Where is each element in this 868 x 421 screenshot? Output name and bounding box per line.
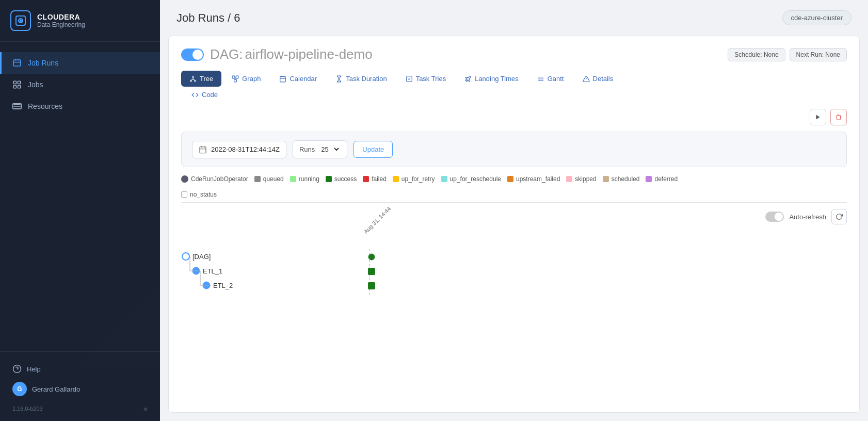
dag-title: DAG:airflow-pipeline-demo	[210, 46, 375, 62]
tab-landing-times[interactable]: Landing Times	[456, 71, 527, 87]
tab-landing-times-label: Landing Times	[475, 75, 519, 83]
play-icon	[815, 114, 821, 120]
deferred-label: deferred	[654, 175, 678, 183]
success-dot	[326, 176, 332, 182]
update-button[interactable]: Update	[353, 141, 393, 158]
tab-task-tries[interactable]: Task Tries	[397, 71, 455, 87]
svg-line-15	[108, 307, 160, 369]
calendar-input-icon	[199, 145, 207, 154]
tab-gantt[interactable]: Gantt	[529, 71, 572, 87]
etl2-status-indicator[interactable]	[368, 282, 375, 289]
tab-task-tries-label: Task Tries	[416, 75, 446, 83]
version-row: 1.16.0-b203 «	[12, 404, 148, 413]
tab-gantt-label: Gantt	[548, 75, 564, 83]
logo-text: CLOUDERA Data Engineering	[37, 13, 85, 28]
page-header: Job Runs / 6 cde-azure-cluster	[160, 0, 868, 36]
legend-failed: failed	[363, 175, 387, 183]
user-item[interactable]: G Gerard Gallardo	[12, 378, 148, 400]
svg-point-24	[190, 80, 191, 81]
up-for-reschedule-dot	[441, 176, 447, 182]
play-button[interactable]	[810, 109, 826, 125]
schedule-badge: Schedule: None	[728, 48, 785, 61]
dag-toggle[interactable]	[181, 48, 204, 61]
tree-section: Auto-refresh Aug 31, 14:44	[169, 203, 859, 296]
tab-details-label: Details	[593, 75, 614, 83]
tab-code[interactable]: Code	[183, 87, 847, 103]
svg-rect-31	[234, 79, 237, 82]
svg-rect-8	[18, 81, 21, 84]
up-for-retry-label: up_for_retry	[401, 175, 435, 183]
gantt-icon	[537, 75, 544, 83]
graph-icon	[232, 75, 239, 83]
svg-rect-3	[13, 60, 21, 66]
tab-calendar[interactable]: Calendar	[271, 71, 325, 87]
date-input-group[interactable]: 2022-08-31T12:44:14Z	[192, 141, 286, 158]
failed-dot	[363, 176, 369, 182]
svg-point-57	[368, 254, 375, 260]
running-dot	[290, 176, 296, 182]
operator-dot	[181, 175, 188, 183]
refresh-button[interactable]	[831, 209, 847, 224]
dag-header: DAG:airflow-pipeline-demo Schedule: None…	[169, 36, 859, 62]
svg-rect-30	[236, 76, 238, 78]
dag-label: DAG:	[210, 46, 243, 62]
svg-line-28	[193, 79, 195, 80]
runs-select[interactable]: 25 50 100	[319, 145, 341, 154]
svg-rect-45	[200, 147, 206, 153]
sidebar-item-resources[interactable]: Resources	[0, 95, 160, 117]
delete-icon	[835, 114, 842, 120]
legend-upstream-failed: upstream_failed	[507, 175, 560, 183]
tabs-bar: Tree Graph Calendar	[169, 62, 859, 87]
task-tries-icon	[406, 75, 413, 83]
svg-line-16	[119, 318, 160, 369]
legend-no-status: no_status	[181, 191, 847, 198]
brand-name: CLOUDERA	[37, 13, 85, 21]
tab-tree[interactable]: Tree	[181, 71, 221, 87]
svg-line-17	[129, 328, 160, 369]
tab-task-duration[interactable]: Task Duration	[327, 71, 395, 87]
dag-name: airflow-pipeline-demo	[245, 46, 373, 62]
main-content: Job Runs / 6 cde-azure-cluster DAG:airfl…	[160, 0, 868, 421]
tree-icon	[189, 75, 197, 83]
up-for-retry-dot	[393, 176, 399, 182]
legend-up-for-retry: up_for_retry	[393, 175, 435, 183]
tab-tree-label: Tree	[200, 75, 213, 83]
queued-dot	[254, 176, 261, 182]
next-run-badge: Next Run: None	[790, 48, 847, 61]
date-value: 2022-08-31T12:44:14Z	[211, 145, 280, 153]
dag-status-indicator[interactable]	[368, 253, 375, 263]
svg-line-14	[98, 297, 160, 369]
legend-scheduled: scheduled	[603, 175, 640, 183]
svg-line-18	[139, 338, 160, 369]
legend-queued: queued	[254, 175, 284, 183]
svg-line-12	[77, 277, 160, 369]
svg-point-25	[195, 80, 196, 81]
legend-success: success	[326, 175, 357, 183]
delete-button[interactable]	[830, 109, 847, 125]
tab-graph[interactable]: Graph	[223, 71, 269, 87]
etl2-status-square	[368, 282, 375, 289]
tab-code-label: Code	[202, 91, 218, 99]
sidebar-decoration	[77, 277, 160, 369]
user-name: Gerard Gallardo	[32, 385, 80, 393]
sidebar-item-job-runs[interactable]: Job Runs	[0, 52, 160, 74]
runs-label: Runs	[299, 145, 315, 153]
scheduled-label: scheduled	[612, 175, 640, 183]
sidebar: CLOUDERA Data Engineering Job Runs Jobs	[0, 0, 160, 421]
etl2-node-label: ETL_2	[213, 282, 233, 289]
tab-task-duration-label: Task Duration	[346, 75, 387, 83]
svg-rect-9	[13, 86, 16, 88]
jobs-icon	[12, 80, 22, 89]
sidebar-item-label: Resources	[28, 102, 62, 110]
sidebar-item-jobs[interactable]: Jobs	[0, 74, 160, 95]
collapse-button[interactable]: «	[143, 404, 148, 413]
etl1-status-indicator[interactable]	[368, 268, 375, 275]
sidebar-item-label: Jobs	[28, 80, 43, 89]
legend: CdeRunJobOperator queued running success…	[169, 167, 859, 202]
sidebar-logo: CLOUDERA Data Engineering	[0, 0, 160, 42]
tab-calendar-label: Calendar	[290, 75, 317, 83]
queued-label: queued	[263, 175, 284, 183]
tree-diagram: Aug 31, 14:44 [DAG]	[181, 229, 847, 296]
tab-details[interactable]: Details	[574, 71, 622, 87]
autorefresh-toggle[interactable]	[765, 212, 784, 222]
